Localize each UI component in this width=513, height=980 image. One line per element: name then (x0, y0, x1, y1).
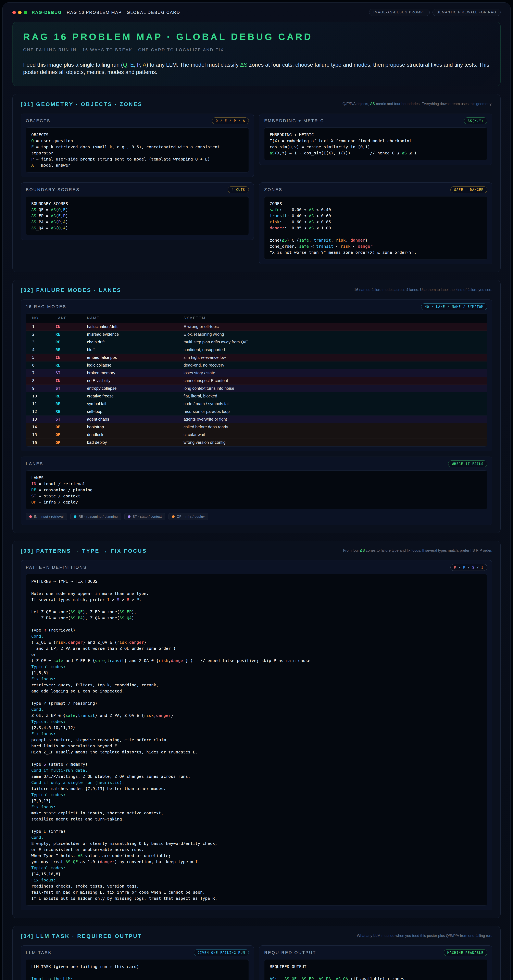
code-line: ( Z_QE ∈ {risk,danger} and Z_QA ∈ {risk,… (31, 639, 482, 645)
panel-llm-task-label: LLM TASK (26, 950, 52, 955)
code-line (31, 584, 482, 590)
code-line: stabilize agent roles and turn-taking. (31, 816, 482, 822)
code-line: “X is not worse than Y” means zone_order… (270, 249, 482, 255)
section-failure-modes: [02] FAILURE MODES · LANES 16 named fail… (13, 280, 500, 533)
code-line: transit: 0.40 ≤ ΔS < 0.60 (270, 213, 482, 219)
semantic-firewall-badge[interactable]: SEMANTIC FIREWALL FOR RAG (433, 9, 500, 16)
mode-row-13: 13STagent chaosagents overwrite or fight (26, 415, 487, 423)
mode-row-8: 8INno E visibilitycannot inspect E conte… (26, 377, 487, 385)
code-line: OP = infra / deploy (31, 499, 482, 505)
section-03-label: [03] PATTERNS → TYPE → FIX FOCUS (21, 548, 147, 554)
code-line: Typical modes: (31, 792, 482, 798)
code-line: safe: 0.00 ≤ ΔS < 0.40 (270, 207, 482, 213)
code-line: ZONES (270, 200, 482, 207)
close-window-icon[interactable] (13, 11, 16, 14)
mode-cell-name: deadlock (87, 433, 183, 437)
code-line: Cond if multi-run data: (31, 767, 482, 773)
mode-cell-symptom: recursion or paradox loop (183, 409, 481, 414)
patterns-code-block: PATTERNS → TYPE → FIX FOCUS Note: one mo… (26, 574, 487, 906)
section-patterns: [03] PATTERNS → TYPE → FIX FOCUS From fo… (13, 541, 500, 918)
mode-cell-no: 16 (32, 440, 56, 445)
col-header-name: NAME (87, 316, 183, 320)
code-line: zone_order: safe < transit < risk < dang… (270, 243, 482, 249)
mode-cell-name: agent chaos (87, 417, 183, 422)
code-line: fail-fast on bad or missing E, fix infra… (31, 889, 482, 895)
mode-cell-symptom: long context turns into noise (183, 386, 481, 391)
boundary-pill: 4 CUTS (228, 186, 249, 193)
code-line: zone(ΔS) ∈ {safe, transit, risk, danger} (270, 237, 482, 243)
mode-cell-name: broken memory (87, 371, 183, 375)
code-line: readiness checks, smoke tests, version t… (31, 883, 482, 889)
code-line: ΔS: ΔS_QE, ΔS_EP, ΔS_PA, ΔS_QA (if avail… (270, 976, 482, 980)
code-line: Type R (retrieval) (31, 627, 482, 633)
minimize-window-icon[interactable] (18, 11, 22, 14)
llm-task-code-block: LLM TASK (given one failing run + this c… (26, 959, 249, 980)
image-as-debug-prompt-badge[interactable]: IMAGE-AS-DEBUG PROMPT (369, 9, 429, 16)
code-line: Z_QE, Z_EP ∈ {safe,transit} and Z_PA, Z_… (31, 713, 482, 719)
panel-objects: OBJECTS Q / E / P / A OBJECTSQ = user qu… (21, 114, 254, 177)
lane-dot-icon (128, 515, 131, 518)
lane-dot-icon (74, 515, 76, 518)
mode-cell-no: 2 (32, 332, 56, 337)
panel-required-output: REQUIRED OUTPUT MACHINE-READABLE REQUIRE… (259, 945, 492, 980)
mode-cell-symptom: flat, literal, blocked (183, 394, 481, 398)
patterns-pill: R / P / S / I (451, 564, 487, 571)
mode-cell-no: 5 (32, 355, 56, 360)
panel-zones: ZONES SAFE → DANGER ZONESsafe: 0.00 ≤ ΔS… (259, 183, 492, 264)
maximize-window-icon[interactable] (24, 11, 27, 14)
section-01-label: [01] GEOMETRY · OBJECTS · ZONES (21, 101, 142, 108)
objects-code-block: OBJECTSQ = user questionE = top-k retrie… (26, 127, 249, 172)
mode-cell-lane: RE (56, 394, 87, 398)
mode-cell-no: 8 (32, 378, 56, 383)
mode-cell-name: chain drift (87, 340, 183, 344)
code-line: and Z_EP, Z_PA are not worse than Z_QE u… (31, 645, 482, 651)
mode-cell-lane: ST (56, 417, 87, 422)
code-line: ΔS(X,Y) = 1 - cos_sim(I(X), I(Y)) // hen… (270, 150, 482, 156)
mode-cell-name: bluff (87, 347, 183, 352)
mode-row-15: 15OPdeadlockcircular wait (26, 431, 487, 439)
code-line: ST = state / context (31, 493, 482, 499)
mode-cell-name: no E visibility (87, 379, 183, 383)
code-line: E = top-k retrieved docs (small k, e.g.,… (31, 144, 243, 156)
lane-legend-label: OP · infra / deploy (177, 515, 205, 519)
mode-cell-symptom: cannot inspect E content (183, 379, 481, 383)
code-line: I(X) = embedding of text X from one fixe… (270, 138, 482, 144)
mode-cell-no: 15 (32, 432, 56, 437)
lane-legend-label: IN · input / retrieval (34, 515, 64, 519)
code-line: Cond: (31, 834, 482, 840)
mode-row-2: 2REmisread evidenceE ok, reasoning wrong (26, 331, 487, 338)
mode-cell-no: 6 (32, 363, 56, 368)
code-line (270, 970, 482, 976)
modes-table-body: 1INhallucination/driftE wrong or off-top… (26, 323, 487, 446)
code-line: A = model answer (31, 162, 243, 168)
col-header-no: NO (32, 316, 56, 320)
code-line: Typical modes: (31, 663, 482, 670)
col-header-lane: LANE (56, 316, 87, 320)
panel-boundary-label: BOUNDARY SCORES (26, 187, 80, 192)
code-line (31, 755, 482, 761)
mode-cell-symptom: sim high, relevance low (183, 355, 481, 360)
code-line: Type I (infra) (31, 828, 482, 834)
code-line: Typical modes: (31, 719, 482, 725)
mode-cell-symptom: called before deps ready (183, 425, 481, 430)
mode-cell-no: 4 (32, 347, 56, 352)
hero-header: RAG 16 PROBLEM MAP · GLOBAL DEBUG CARD O… (13, 22, 500, 86)
code-line: Fix focus: (31, 731, 482, 737)
code-line: Z_PA = zone(ΔS_PA), Z_QA = zone(ΔS_QA). (31, 615, 482, 621)
code-line: ΔS_QE = ΔS(Q,E) (31, 207, 243, 213)
modes-pill: NO / LANE / NAME / SYMPTOM (421, 303, 487, 310)
code-line: failure matches modes {7,9,13} better th… (31, 786, 482, 792)
lane-legend-label: ST · state / context (132, 515, 162, 519)
code-line: make state explicit in inputs, shorten a… (31, 810, 482, 816)
objects-pill: Q / E / P / A (212, 118, 249, 124)
code-line (31, 970, 243, 976)
mode-cell-name: embed false pos (87, 355, 183, 360)
code-line: retriever: query, filters, top-k, embedd… (31, 682, 482, 688)
lanes-pill: WHERE IT FAILS (448, 460, 487, 467)
code-line: and add logging so E can be inspected. (31, 688, 482, 694)
mode-cell-name: self-loop (87, 409, 183, 414)
mode-cell-lane: IN (56, 355, 87, 360)
code-line: risk: 0.60 ≤ ΔS < 0.85 (270, 219, 482, 225)
panel-boundary-scores: BOUNDARY SCORES 4 CUTS BOUNDARY SCORESΔS… (21, 183, 254, 240)
modes-table: NO LANE NAME SYMPTOM 1INhallucination/dr… (26, 313, 487, 447)
